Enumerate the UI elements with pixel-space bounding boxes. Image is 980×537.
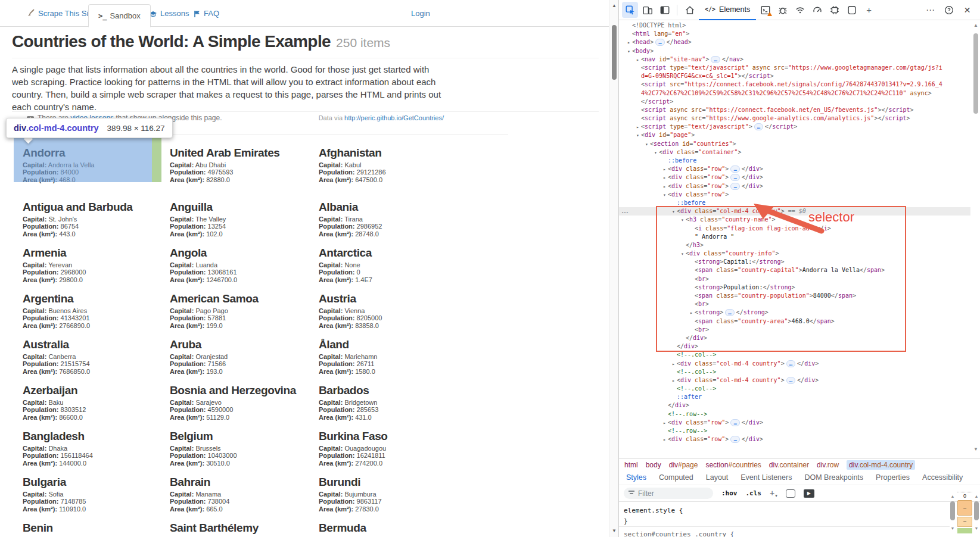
dom-node[interactable]: <!--.row-->	[619, 410, 970, 419]
dom-node[interactable]: <!--.col-->	[619, 385, 970, 393]
breadcrumb-div#page[interactable]: div#page	[669, 461, 698, 469]
new-style-rule-button[interactable]: +	[770, 488, 777, 498]
dom-node[interactable]: ▸<div class="row">…</div>	[619, 435, 970, 444]
collapsed-children-icon[interactable]: …	[730, 183, 739, 190]
dom-node[interactable]: ::before	[619, 199, 970, 207]
toggle-hover-states-button[interactable]: :hov	[721, 489, 738, 497]
dom-node[interactable]: <html lang="en">	[619, 30, 970, 38]
dom-node[interactable]: ▸<div class="row">…</div>	[619, 182, 970, 191]
expand-arrow-closed-icon[interactable]: ▸	[661, 419, 668, 427]
dom-node[interactable]: ▸<div class="col-md-4 country">…</div>	[619, 360, 970, 368]
dom-node[interactable]: </h3>	[619, 241, 970, 249]
expand-arrow-closed-icon[interactable]: ▸	[661, 166, 668, 174]
breadcrumb-div.col-md-4.country[interactable]: div.col-md-4.country	[847, 460, 915, 470]
dom-node[interactable]: ::after	[619, 393, 970, 401]
dom-node-selected[interactable]: ▾<div class="col-md-4 country"> == $0	[619, 207, 970, 216]
dom-node[interactable]: </script>	[619, 98, 970, 106]
memory-button[interactable]	[826, 2, 842, 18]
application-button[interactable]	[844, 2, 860, 18]
dom-node[interactable]: <script src="https://connect.facebook.ne…	[619, 80, 970, 89]
expand-arrow-open-icon[interactable]: ▾	[661, 191, 668, 199]
dom-tree-scrollbar-thumb[interactable]	[973, 33, 978, 114]
sidebar-scrollbar[interactable]	[973, 493, 980, 537]
dom-node[interactable]: <strong>Capital:</strong>	[619, 258, 970, 266]
expand-arrow-open-icon[interactable]: ▾	[670, 208, 677, 216]
add-tab-button[interactable]	[861, 2, 877, 18]
nav-tab-faq[interactable]: FAQ	[194, 0, 219, 27]
dom-node[interactable]: <script async src="https://connect.faceb…	[619, 106, 970, 114]
expand-arrow-open-icon[interactable]: ▾	[634, 132, 641, 140]
breadcrumb-div.row[interactable]: div.row	[817, 461, 839, 469]
dom-node[interactable]: ::before	[619, 157, 970, 165]
breadcrumb-html[interactable]: html	[624, 461, 638, 469]
tab-layout[interactable]: Layout	[706, 473, 729, 482]
data-source-link[interactable]: http://peric.github.io/GetCountries/	[344, 114, 444, 121]
tab-event-listeners[interactable]: Event Listeners	[741, 473, 792, 482]
breadcrumb-body[interactable]: body	[646, 461, 661, 469]
dom-node[interactable]: <span class="country-population">84000</…	[619, 292, 970, 300]
tab-accessibility[interactable]: Accessibility	[922, 473, 963, 482]
tab-properties[interactable]: Properties	[876, 473, 910, 482]
debugger-button[interactable]	[774, 2, 791, 18]
dom-node[interactable]: " Andorra "	[619, 233, 970, 241]
collapsed-children-icon[interactable]: …	[730, 419, 739, 426]
collapsed-children-icon[interactable]: …	[730, 436, 739, 443]
scroll-up-arrow-icon[interactable]	[973, 494, 980, 498]
expand-arrow-closed-icon[interactable]: ▸	[661, 436, 668, 444]
expand-arrow-closed-icon[interactable]: ▸	[634, 56, 641, 64]
collapsed-children-icon[interactable]: …	[655, 39, 664, 46]
page-scrollbar-thumb[interactable]	[612, 25, 617, 80]
dom-node[interactable]: ▸<div class="row">…</div>	[619, 165, 970, 173]
dom-node[interactable]: ▾<h3 class="country-name">	[619, 216, 970, 224]
tab-dom-breakpoints[interactable]: DOM Breakpoints	[804, 473, 863, 482]
scroll-down-arrow-icon[interactable]	[973, 526, 980, 530]
collapsed-children-icon[interactable]: …	[754, 123, 763, 130]
dom-node[interactable]: </div>	[619, 342, 970, 351]
expand-arrow-closed-icon[interactable]: ▸	[661, 183, 668, 191]
collapsed-children-icon[interactable]: …	[725, 309, 734, 316]
dom-node[interactable]: <i class="flag-icon flag-icon-ad"></i>	[619, 224, 970, 233]
collapsed-children-icon[interactable]: …	[786, 360, 795, 367]
dom-node[interactable]: <strong>Population:</strong>	[619, 283, 970, 292]
expand-arrow-closed-icon[interactable]: ▸	[661, 174, 668, 182]
dom-node[interactable]: ▾<div id="page">	[619, 131, 970, 139]
dom-node[interactable]: ▸<script type="text/javascript">…</scrip…	[619, 123, 970, 131]
expand-arrow-open-icon[interactable]: ▾	[643, 141, 650, 149]
dom-node[interactable]: <script type="text/javascript" async src…	[619, 64, 970, 72]
styles-scrollbar[interactable]	[949, 493, 956, 537]
activity-bar-toggle-button[interactable]	[657, 2, 673, 18]
dom-node[interactable]: ▾<div class="country-info">	[619, 249, 970, 258]
scroll-down-arrow-icon[interactable]	[949, 526, 956, 530]
scroll-down-arrow-icon[interactable]	[972, 447, 980, 452]
expand-arrow-open-icon[interactable]: ▾	[652, 149, 659, 157]
dom-node[interactable]: <br>	[619, 326, 970, 334]
dom-node[interactable]: ▸<div class="row">…</div>	[619, 173, 970, 182]
device-emulation-button[interactable]	[639, 2, 655, 18]
dom-node[interactable]: ▾<div class="container">	[619, 148, 970, 157]
help-button[interactable]	[941, 2, 957, 18]
dom-node[interactable]: <!--.col-->	[619, 368, 970, 376]
element-style-rule[interactable]: element.style {	[624, 505, 950, 516]
expand-arrow-closed-icon[interactable]: ▸	[626, 39, 632, 47]
expand-arrow-closed-icon[interactable]: ▸	[688, 309, 695, 317]
dom-node[interactable]: ▸<head>…</head>	[619, 38, 970, 46]
dom-node[interactable]: <script async src="https://www.google-an…	[619, 114, 970, 123]
dom-node[interactable]: ▾<body>	[619, 47, 970, 55]
collapsed-children-icon[interactable]: …	[711, 56, 720, 63]
dom-node[interactable]: <br>	[619, 300, 970, 308]
computed-sidebar-toggle-icon[interactable]	[804, 489, 814, 498]
dom-node[interactable]: 4%2C77%2C67%2C109%2C59%2C58%2C31%2C96%2C…	[619, 89, 970, 98]
nav-tab-sandbox[interactable]: >_Sandbox	[88, 4, 151, 27]
dom-node[interactable]: d=G-09N5RQCFG4&cx=c&_slc=1"></script>	[619, 72, 970, 80]
dom-node[interactable]: ▸<div class="col-md-4 country">…</div>	[619, 376, 970, 385]
welcome-home-button[interactable]	[682, 2, 698, 18]
dom-node[interactable]: <span class="country-area">468.0</span>	[619, 317, 970, 326]
breadcrumb-div.container[interactable]: div.container	[769, 461, 809, 469]
nav-brand-link[interactable]: Scrape This Site	[27, 0, 95, 27]
dom-node[interactable]: ▾<section id="countries">	[619, 140, 970, 148]
dom-tree-scrollbar[interactable]	[972, 21, 980, 457]
scrollbar-thumb[interactable]	[950, 501, 955, 520]
expand-arrow-closed-icon[interactable]: ▸	[670, 360, 677, 369]
expand-arrow-open-icon[interactable]: ▾	[679, 250, 686, 258]
dom-node[interactable]: ▾<div class="row">	[619, 191, 970, 199]
